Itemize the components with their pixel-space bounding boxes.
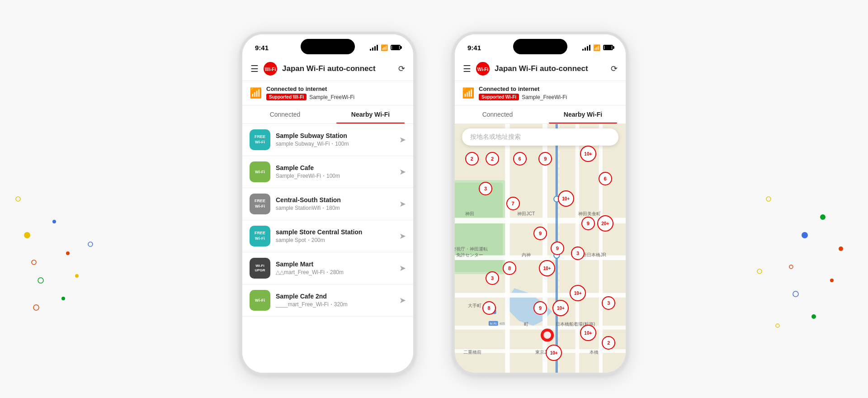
svg-text:新日本橋JR: 新日本橋JR [582, 252, 606, 257]
wifi-name-3: sample Store Central Station [276, 228, 394, 236]
cluster-marker-23[interactable]: 2 [602, 336, 615, 350]
wifi-name-2: Central-South Station [276, 196, 394, 204]
cluster-marker-14[interactable]: 8 [503, 261, 516, 275]
cluster-marker-6[interactable]: 3 [479, 182, 492, 195]
wifi-status-icon-left: 📶 [381, 44, 388, 51]
svg-point-35 [543, 332, 551, 339]
wifi-item-1[interactable]: Wi-Fi Sample Cafe Sample_FreeWi-Fi・100m … [242, 156, 413, 188]
wifi-logo-2: FREEWi-Fi [250, 194, 270, 214]
wifi-item-2[interactable]: FREEWi-Fi Central-South Station sample S… [242, 188, 413, 220]
svg-text:大手町: 大手町 [468, 303, 481, 308]
tab-connected-right[interactable]: Connected [455, 105, 540, 123]
wifi-detail-4: △△mart_Free_Wi-Fi・280m [276, 269, 394, 276]
cluster-marker-5[interactable]: 6 [599, 172, 612, 185]
wifi-item-0[interactable]: FREEWi-Fi Sample Subway Station sample S… [242, 124, 413, 156]
wifi-red-icon-right: 📶 [462, 87, 474, 99]
connection-banner-right: 📶 Connected to internet Supported Wi-Fi … [455, 81, 626, 105]
refresh-icon-right[interactable]: ⟳ [611, 64, 618, 74]
tab-connected-left[interactable]: Connected [242, 105, 328, 123]
wifi-status-icon-right: 📶 [593, 44, 600, 51]
cluster-marker-17[interactable]: 10+ [570, 285, 586, 301]
menu-icon-right[interactable]: ☰ [463, 63, 471, 74]
tab-nearby-right[interactable]: Nearby Wi-Fi [540, 105, 626, 123]
time-left: 9:41 [255, 44, 269, 52]
cluster-marker-15[interactable]: 10+ [539, 260, 555, 276]
map-search-bar[interactable]: 按地名或地址搜索 [462, 128, 618, 146]
wifi-name-0: Sample Subway Station [276, 132, 394, 139]
svg-text:Wi-Fi: Wi-Fi [477, 67, 489, 72]
app-title-left: Japan Wi-Fi auto-connect [282, 64, 394, 73]
svg-text:二重橋前: 二重橋前 [463, 350, 481, 355]
app-logo-right: Wi-Fi [476, 62, 490, 76]
signal-icon-right [582, 44, 590, 51]
wifi-info-3: sample Store Central Station sample Spot… [276, 228, 394, 244]
status-bar-left: 9:41 📶 [242, 34, 413, 57]
cluster-marker-11[interactable]: 9 [551, 242, 564, 255]
wifi-name-1: Sample Cafe [276, 164, 394, 171]
svg-text:Wi-Fi: Wi-Fi [265, 67, 276, 72]
cluster-marker-0[interactable]: 2 [465, 152, 479, 166]
cluster-marker-21[interactable]: 3 [602, 296, 615, 310]
app-header-left: ☰ Wi-Fi Japan Wi-Fi auto-connect ⟳ [242, 57, 413, 81]
app-title-right: Japan Wi-Fi auto-connect [495, 64, 606, 73]
wifi-item-5[interactable]: Wi-Fi Sample Cafe 2nd ____mart_Free_Wi-F… [242, 284, 413, 317]
nav-icon-4: ➤ [399, 263, 406, 273]
svg-text:神田美食町: 神田美食町 [578, 211, 601, 216]
menu-icon-left[interactable]: ☰ [250, 63, 259, 74]
banner-badges-right: Supported Wi-Fi Sample_FreeWi-Fi [479, 94, 567, 100]
cluster-marker-13[interactable]: 3 [571, 246, 585, 260]
cluster-marker-20[interactable]: 10+ [552, 300, 569, 316]
wifi-detail-1: Sample_FreeWi-Fi・100m [276, 172, 394, 180]
supported-badge-left: Supported Wi-Fi [266, 94, 307, 100]
cluster-marker-24[interactable]: 10+ [546, 345, 562, 361]
cluster-marker-7[interactable]: 7 [506, 197, 520, 210]
svg-rect-15 [599, 124, 603, 373]
map-container[interactable]: 神田 神田JCT 神田美食町 警視庁・神田運転 免許センター 内神 新日本橋JR… [455, 124, 626, 373]
app-logo-left: Wi-Fi [263, 62, 278, 76]
cluster-marker-16[interactable]: 3 [486, 271, 499, 285]
cluster-marker-2[interactable]: 6 [513, 152, 527, 166]
wifi-info-2: Central-South Station sample StationWifi… [276, 196, 394, 212]
cluster-marker-8[interactable]: 10+ [558, 190, 574, 207]
wifi-detail-0: sample Subway_Wi-Fi・100m [276, 140, 394, 148]
wifi-list-left: FREEWi-Fi Sample Subway Station sample S… [242, 124, 413, 373]
cluster-marker-22[interactable]: 10+ [580, 325, 596, 341]
status-icons-left: 📶 [370, 44, 401, 51]
cluster-marker-3[interactable]: 9 [538, 152, 552, 166]
cluster-marker-12[interactable]: 20+ [597, 215, 613, 232]
svg-text:内神: 内神 [522, 252, 531, 257]
cluster-marker-1[interactable]: 2 [486, 152, 499, 166]
svg-text:町: 町 [524, 322, 528, 327]
wifi-info-0: Sample Subway Station sample Subway_Wi-F… [276, 132, 394, 148]
status-bar-right: 9:41 📶 [455, 34, 626, 57]
cluster-marker-18[interactable]: 8 [482, 301, 496, 315]
wifi-name-label-right: Sample_FreeWi-Fi [522, 94, 567, 100]
cluster-marker-19[interactable]: 9 [533, 301, 547, 315]
tabs-left: Connected Nearby Wi-Fi [242, 105, 413, 124]
cluster-marker-9[interactable]: 9 [581, 217, 595, 230]
wifi-item-3[interactable]: FREEWi-Fi sample Store Central Station s… [242, 220, 413, 252]
supported-badge-right: Supported Wi-Fi [479, 94, 519, 100]
cluster-marker-10[interactable]: 9 [533, 227, 547, 240]
signal-icon-left [370, 44, 378, 51]
wifi-logo-1: Wi-Fi [250, 161, 270, 182]
wifi-detail-2: sample StationWifi・180m [276, 204, 394, 212]
wifi-info-1: Sample Cafe Sample_FreeWi-Fi・100m [276, 164, 394, 180]
banner-badges-left: Supported Wi-Fi Sample_FreeWi-Fi [266, 94, 354, 100]
connected-label-left: Connected to internet [266, 85, 354, 92]
dynamic-island-left [301, 39, 355, 54]
tab-nearby-left[interactable]: Nearby Wi-Fi [328, 105, 413, 123]
wifi-item-4[interactable]: Wi-FiUPGR Sample Mart △△mart_Free_Wi-Fi・… [242, 252, 413, 284]
svg-text:警視庁・神田運転: 警視庁・神田運転 [455, 246, 488, 251]
tabs-right: Connected Nearby Wi-Fi [455, 105, 626, 124]
wifi-name-4: Sample Mart [276, 261, 394, 268]
svg-text:免許センター: 免許センター [456, 252, 483, 257]
svg-text:神田JCT: 神田JCT [517, 211, 535, 216]
nav-icon-0: ➤ [399, 135, 406, 145]
phones-container: 9:41 📶 ☰ Wi-Fi Japan [240, 32, 628, 375]
cluster-marker-4[interactable]: 10+ [580, 146, 596, 162]
phone-right: 9:41 📶 ☰ Wi-Fi Japan [452, 32, 628, 375]
nav-icon-2: ➤ [399, 199, 406, 209]
connected-label-right: Connected to internet [479, 85, 567, 92]
refresh-icon-left[interactable]: ⟳ [398, 64, 405, 74]
